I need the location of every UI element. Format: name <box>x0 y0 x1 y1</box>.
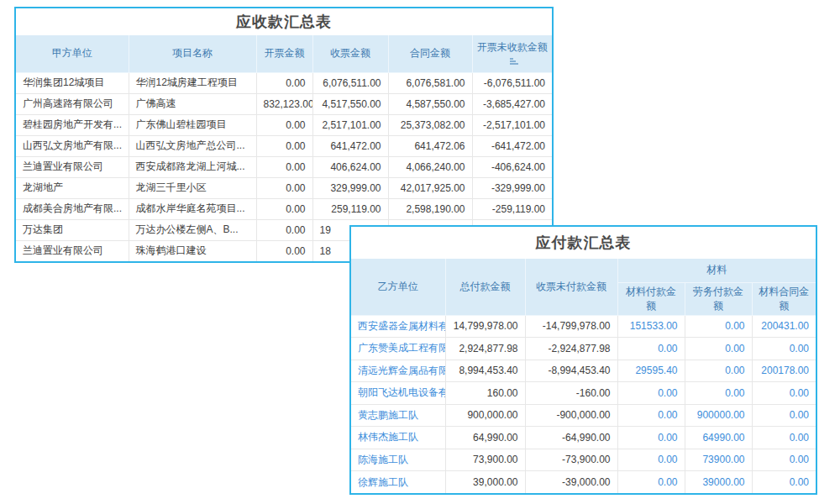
cell-invoice: 0.00 <box>256 177 312 198</box>
cell-unreceived: -329,999.00 <box>472 177 552 198</box>
receivables-header-row: 甲方单位 项目名称 开票金额 收票金额 合同金额 开票未收款金额 <box>16 35 552 72</box>
cell-material-contract[interactable]: 200431.00 <box>752 315 816 338</box>
cell-party-b-link[interactable]: 清远光辉金属品有限 <box>351 360 445 382</box>
table-row: 西安盛器金属材料有 14,799,978.00 -14,799,978.00 1… <box>351 315 816 338</box>
cell-labor-payment[interactable]: 64990.00 <box>685 427 752 449</box>
cell-party-a: 华润集团12城项目 <box>16 72 129 93</box>
cell-material-contract[interactable]: 200178.00 <box>752 360 816 382</box>
payables-card: 应付款汇总表 乙方单位 总付款金额 收票未付款金额 材料 材料付款金额 劳务付款… <box>349 225 817 495</box>
cell-material-contract[interactable]: 0.00 <box>752 404 816 427</box>
cell-material-payment[interactable]: 0.00 <box>617 382 685 405</box>
cell-material-contract[interactable]: 0.00 <box>752 382 816 405</box>
cell-total-payment: 73,900.00 <box>445 449 525 471</box>
cell-project: 华润12城房建工程项目 <box>129 72 256 93</box>
cell-labor-payment[interactable]: 73900.00 <box>685 449 752 471</box>
cell-contract: 25,373,082.00 <box>388 114 472 135</box>
table-row: 朝阳飞达机电设备有 160.00 -160.00 0.00 0.00 0.00 <box>351 382 816 405</box>
col-header-party-b-unit[interactable]: 乙方单位 <box>351 259 445 315</box>
cell-total-payment: 900,000.00 <box>445 404 525 427</box>
cell-material-payment[interactable]: 0.00 <box>617 427 685 449</box>
cell-project: 西安成都路龙湖上河城... <box>129 156 256 177</box>
cell-unreceived: -641,472.00 <box>472 135 552 156</box>
cell-labor-payment[interactable]: 0.00 <box>685 360 752 382</box>
cell-receipt: 4,517,550.00 <box>312 93 388 114</box>
cell-material-payment[interactable]: 0.00 <box>617 471 685 494</box>
cell-labor-payment[interactable]: 0.00 <box>685 315 752 338</box>
cell-party-b-link[interactable]: 广东赞美成工程有限 <box>351 338 445 360</box>
col-header-contract-amount[interactable]: 合同金额 <box>388 35 472 72</box>
col-header-total-payment[interactable]: 总付款金额 <box>445 259 525 315</box>
cell-contract: 2,598,190.00 <box>388 198 472 219</box>
cell-project: 广东佛山碧桂园项目 <box>129 114 256 135</box>
cell-material-payment[interactable]: 0.00 <box>617 449 685 471</box>
cell-material-payment[interactable]: 0.00 <box>617 404 685 427</box>
receivables-header: 甲方单位 项目名称 开票金额 收票金额 合同金额 开票未收款金额 <box>16 35 552 72</box>
cell-project: 万达办公楼左侧A、B... <box>129 219 256 240</box>
cell-total-payment: 14,799,978.00 <box>445 315 525 338</box>
table-row: 黄志鹏施工队 900,000.00 -900,000.00 0.00 90000… <box>351 404 816 427</box>
col-header-receipted-unpaid[interactable]: 收票未付款金额 <box>525 259 617 315</box>
cell-labor-payment[interactable]: 0.00 <box>685 338 752 360</box>
cell-total-payment: 8,994,453.40 <box>445 360 525 382</box>
cell-labor-payment[interactable]: 0.00 <box>685 382 752 405</box>
table-row: 华润集团12城项目 华润12城房建工程项目 0.00 6,076,511.00 … <box>16 72 552 93</box>
cell-unreceived: -6,076,511.00 <box>472 72 552 93</box>
cell-unreceived: -406,624.00 <box>472 156 552 177</box>
col-header-receipt-amount[interactable]: 收票金额 <box>312 35 388 72</box>
table-row: 龙湖地产 龙湖三千里小区 0.00 329,999.00 42,017,925.… <box>16 177 552 198</box>
cell-party-b-link[interactable]: 陈海施工队 <box>351 449 445 471</box>
cell-receipt: 6,076,511.00 <box>312 72 388 93</box>
cell-invoice: 0.00 <box>256 114 312 135</box>
col-header-material-contract[interactable]: 材料合同金额 <box>752 282 816 315</box>
col-header-invoice-amount[interactable]: 开票金额 <box>256 35 312 72</box>
col-header-labor-payment[interactable]: 劳务付款金额 <box>685 282 752 315</box>
cell-receipt: 406,624.00 <box>312 156 388 177</box>
cell-invoice: 0.00 <box>256 219 312 240</box>
cell-total-payment: 160.00 <box>445 382 525 405</box>
cell-receipt: 641,472.00 <box>312 135 388 156</box>
cell-contract: 4,066,240.00 <box>388 156 472 177</box>
cell-party-b-link[interactable]: 朝阳飞达机电设备有 <box>351 382 445 405</box>
cell-labor-payment[interactable]: 39000.00 <box>685 471 752 494</box>
col-header-party-a-unit[interactable]: 甲方单位 <box>16 35 129 72</box>
cell-total-payment: 39,000.00 <box>445 471 525 494</box>
table-row: 清远光辉金属品有限 8,994,453.40 -8,994,453.40 295… <box>351 360 816 382</box>
cell-material-contract[interactable]: 0.00 <box>752 427 816 449</box>
table-row: 林伟杰施工队 64,990.00 -64,990.00 0.00 64990.0… <box>351 427 816 449</box>
cell-party-a: 龙湖地产 <box>16 177 129 198</box>
cell-receipted-unpaid: -160.00 <box>525 382 617 405</box>
cell-material-payment[interactable]: 0.00 <box>617 338 685 360</box>
cell-party-b-link[interactable]: 林伟杰施工队 <box>351 427 445 449</box>
receivables-title: 应收款汇总表 <box>16 8 552 35</box>
cell-material-payment[interactable]: 29595.40 <box>617 360 685 382</box>
cell-total-payment: 2,924,877.98 <box>445 338 525 360</box>
payables-title: 应付款汇总表 <box>351 227 816 259</box>
cell-party-b-link[interactable]: 徐辉施工队 <box>351 471 445 494</box>
cell-total-payment: 64,990.00 <box>445 427 525 449</box>
cell-material-contract[interactable]: 0.00 <box>752 471 816 494</box>
cell-material-contract[interactable]: 0.00 <box>752 338 816 360</box>
cell-project: 成都水岸华庭名苑项目... <box>129 198 256 219</box>
cell-party-b-link[interactable]: 黄志鹏施工队 <box>351 404 445 427</box>
cell-unreceived: -259,119.00 <box>472 198 552 219</box>
cell-party-a: 兰迪置业有限公司 <box>16 240 129 261</box>
cell-party-a: 成都美合房地产有限... <box>16 198 129 219</box>
col-header-material-payment[interactable]: 材料付款金额 <box>617 282 685 315</box>
table-row: 陈海施工队 73,900.00 -73,900.00 0.00 73900.00… <box>351 449 816 471</box>
payables-header-row-1: 乙方单位 总付款金额 收票未付款金额 材料 <box>351 259 816 282</box>
table-row: 徐辉施工队 39,000.00 -39,000.00 0.00 39000.00… <box>351 471 816 494</box>
cell-receipted-unpaid: -900,000.00 <box>525 404 617 427</box>
col-header-invoiced-unreceived-amount[interactable]: 开票未收款金额 <box>472 35 552 72</box>
sort-icon[interactable] <box>510 57 518 65</box>
col-header-project-name[interactable]: 项目名称 <box>129 35 256 72</box>
table-row: 广州高速路有限公司 广佛高速 832,123.00 4,517,550.00 4… <box>16 93 552 114</box>
cell-material-contract[interactable]: 0.00 <box>752 449 816 471</box>
cell-labor-payment[interactable]: 900000.00 <box>685 404 752 427</box>
cell-party-b-link[interactable]: 西安盛器金属材料有 <box>351 315 445 338</box>
cell-material-payment[interactable]: 151533.00 <box>617 315 685 338</box>
cell-invoice: 0.00 <box>256 156 312 177</box>
cell-project: 龙湖三千里小区 <box>129 177 256 198</box>
cell-receipt: 2,517,101.00 <box>312 114 388 135</box>
cell-receipt: 259,119.00 <box>312 198 388 219</box>
cell-party-a: 碧桂园房地产开发有... <box>16 114 129 135</box>
